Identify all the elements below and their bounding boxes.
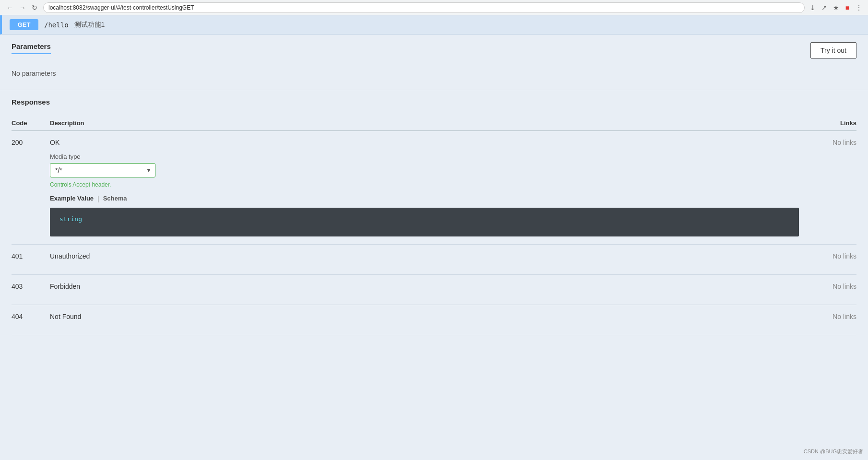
example-schema-tabs: Example Value | Schema xyxy=(50,193,799,204)
browser-bar: ← → ↻ localhost:8082/swagger-ui/#/test-c… xyxy=(0,0,868,15)
parameters-section: Parameters Try it out No parameters xyxy=(0,35,868,85)
response-status-ok: OK xyxy=(50,139,799,146)
menu-icon[interactable]: ⋮ xyxy=(855,3,863,12)
watermark: CSDN @BUG忠实爱好者 xyxy=(804,448,863,455)
download-icon[interactable]: ⤓ xyxy=(809,3,817,12)
col-header-description: Description xyxy=(50,116,799,131)
response-desc-401: Unauthorized xyxy=(50,245,799,275)
response-desc-200: OK Media type */* application/json text/… xyxy=(50,131,799,245)
response-links-401: No links xyxy=(799,245,856,275)
forward-button[interactable]: → xyxy=(17,3,28,12)
params-header-row: Parameters Try it out xyxy=(12,42,856,62)
endpoint-description: 测试功能1 xyxy=(74,21,105,29)
refresh-button[interactable]: ↻ xyxy=(30,3,39,12)
browser-actions: ⤓ ↗ ★ ■ ⋮ xyxy=(809,3,863,12)
tab-example-value[interactable]: Example Value xyxy=(50,193,94,204)
responses-table-head: Code Description Links xyxy=(12,116,856,131)
response-links-404: No links xyxy=(799,305,856,335)
try-it-out-button[interactable]: Try it out xyxy=(810,42,856,59)
main-container: GET /hello 测试功能1 Parameters Try it out N… xyxy=(0,15,868,460)
table-row: 200 OK Media type */* application/json t… xyxy=(12,131,856,245)
table-row: 401 Unauthorized No links xyxy=(12,245,856,275)
tab-divider: | xyxy=(97,195,99,202)
bookmark-icon[interactable]: ★ xyxy=(832,3,840,12)
example-code-block: string xyxy=(50,208,799,236)
col-header-links: Links xyxy=(799,116,856,131)
media-type-label: Media type xyxy=(50,153,799,160)
responses-table-header-row: Code Description Links xyxy=(12,116,856,131)
responses-table: Code Description Links 200 OK Media type… xyxy=(12,116,856,335)
media-type-select-wrapper: */* application/json text/plain ▼ xyxy=(50,163,155,177)
browser-nav: ← → ↻ xyxy=(5,3,39,12)
response-desc-404: Not Found xyxy=(50,305,799,335)
share-icon[interactable]: ↗ xyxy=(820,3,829,12)
parameters-title-wrapper: Parameters xyxy=(12,42,51,62)
controls-accept-hint: Controls Accept header. xyxy=(50,181,799,188)
response-status-not-found: Not Found xyxy=(50,313,799,320)
response-code-401: 401 xyxy=(12,245,50,275)
code-string-keyword: string xyxy=(59,215,82,223)
response-desc-403: Forbidden xyxy=(50,275,799,305)
back-button[interactable]: ← xyxy=(5,3,15,12)
media-type-select[interactable]: */* application/json text/plain xyxy=(50,163,155,177)
response-links-200: No links xyxy=(799,131,856,245)
response-code-404: 404 xyxy=(12,305,50,335)
table-row: 404 Not Found No links xyxy=(12,305,856,335)
response-status-unauthorized: Unauthorized xyxy=(50,252,799,260)
method-badge: GET xyxy=(10,19,38,30)
responses-section: Responses Code Description Links 200 OK … xyxy=(0,90,868,335)
col-header-code: Code xyxy=(12,116,50,131)
responses-table-body: 200 OK Media type */* application/json t… xyxy=(12,131,856,335)
endpoint-path: /hello xyxy=(44,21,69,29)
parameters-title: Parameters xyxy=(12,42,51,54)
response-status-forbidden: Forbidden xyxy=(50,283,799,290)
no-params-text: No parameters xyxy=(12,70,856,77)
address-bar[interactable]: localhost:8082/swagger-ui/#/test-control… xyxy=(43,2,805,13)
extension-icon[interactable]: ■ xyxy=(843,3,852,12)
response-code-200: 200 xyxy=(12,131,50,245)
response-code-403: 403 xyxy=(12,275,50,305)
tab-schema[interactable]: Schema xyxy=(103,193,127,204)
endpoint-header: GET /hello 测试功能1 xyxy=(0,15,868,35)
table-row: 403 Forbidden No links xyxy=(12,275,856,305)
response-links-403: No links xyxy=(799,275,856,305)
responses-title: Responses xyxy=(12,98,856,106)
